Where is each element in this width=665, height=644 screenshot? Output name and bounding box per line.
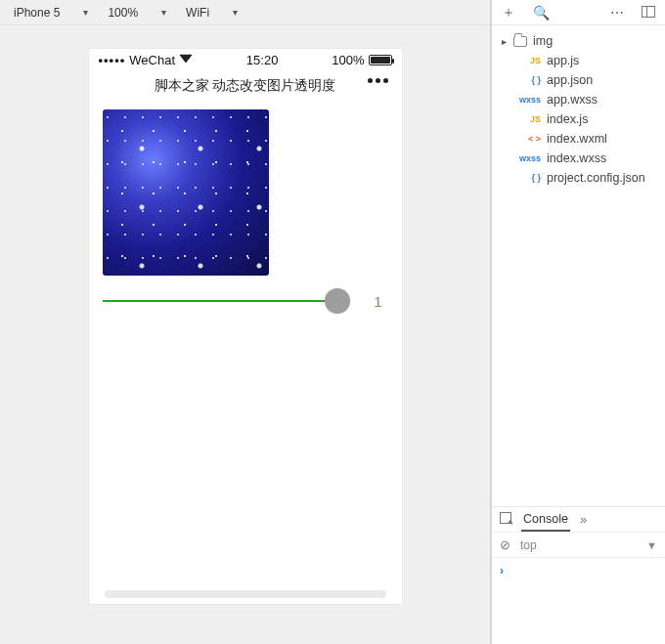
file-label: app.js <box>547 54 579 67</box>
wifi-icon <box>179 55 193 64</box>
file-row[interactable]: wxss index.wxss <box>492 149 665 168</box>
element-picker-icon[interactable] <box>500 512 511 527</box>
status-bar: ••••• WeChat 15:20 100% <box>89 49 402 70</box>
caret-right-icon: ▸ <box>500 36 508 47</box>
search-icon[interactable]: 🔍 <box>533 5 550 21</box>
simulator-area: ••••• WeChat 15:20 100% 脚本之家 动态改变图片透明度 <box>0 25 490 644</box>
more-tabs-icon[interactable]: » <box>580 512 587 527</box>
file-label: index.wxml <box>547 132 607 146</box>
device-frame: ••••• WeChat 15:20 100% 脚本之家 动态改变图片透明度 <box>89 49 402 604</box>
console-context-row: ⊘ top ▼ <box>492 533 665 558</box>
signal-icon: ••••• <box>99 53 126 67</box>
simulator-pane: iPhone 5 ▾ 100% ▾ WiFi ▾ ••••• WeChat <box>0 0 491 644</box>
side-panel: ＋ 🔍 ⋯ ▸ img JS app.js { } app.json wxss <box>491 0 665 644</box>
context-select[interactable]: top <box>520 538 637 552</box>
file-row[interactable]: JS index.js <box>492 109 665 129</box>
file-label: index.wxss <box>547 151 606 165</box>
file-row[interactable]: { } project.config.json <box>492 168 665 188</box>
side-toolbar: ＋ 🔍 ⋯ <box>492 0 665 25</box>
folder-icon <box>513 36 527 47</box>
file-row[interactable]: JS app.js <box>492 51 665 70</box>
slider-track <box>103 300 349 302</box>
device-select[interactable]: iPhone 5 ▾ <box>4 1 98 24</box>
chevron-down-icon: ▼ <box>646 539 657 551</box>
battery-icon <box>369 55 392 65</box>
chevron-down-icon: ▾ <box>233 7 238 18</box>
battery-percent: 100% <box>332 53 364 67</box>
tab-console[interactable]: Console <box>521 508 570 532</box>
page-content: 1 <box>89 102 402 604</box>
slider-value: 1 <box>369 293 388 310</box>
file-tree: ▸ img JS app.js { } app.json wxss app.wx… <box>492 25 665 506</box>
console-prompt-icon: › <box>500 564 504 578</box>
file-row[interactable]: wxss app.wxss <box>492 90 665 109</box>
json-icon: { } <box>517 75 541 85</box>
wxml-icon: < > <box>517 134 541 144</box>
file-label: index.js <box>547 112 588 126</box>
network-select-value: WiFi <box>186 6 209 20</box>
network-select[interactable]: WiFi ▾ <box>176 1 247 24</box>
clear-icon[interactable]: ⊘ <box>500 537 510 552</box>
nav-bar: 脚本之家 动态改变图片透明度 <box>89 70 402 102</box>
nav-menu-button[interactable] <box>368 78 388 83</box>
device-toolbar: iPhone 5 ▾ 100% ▾ WiFi ▾ <box>0 0 490 25</box>
slider-thumb[interactable] <box>325 288 350 314</box>
folder-label: img <box>533 34 553 48</box>
devtools-panel: Console » ⊘ top ▼ › <box>492 506 665 644</box>
wxss-icon: wxss <box>517 95 541 105</box>
panel-toggle-icon[interactable] <box>642 5 655 21</box>
folder-row[interactable]: ▸ img <box>492 31 665 51</box>
opacity-slider-row: 1 <box>103 291 388 311</box>
chevron-down-icon: ▾ <box>161 7 166 18</box>
devtools-tabs: Console » <box>492 507 665 533</box>
zoom-select[interactable]: 100% ▾ <box>98 1 176 24</box>
add-icon[interactable]: ＋ <box>502 4 515 21</box>
opacity-slider[interactable] <box>103 291 349 311</box>
json-icon: { } <box>517 173 541 183</box>
more-icon[interactable]: ⋯ <box>610 5 624 21</box>
file-label: project.config.json <box>547 171 645 185</box>
device-select-value: iPhone 5 <box>14 6 60 20</box>
file-row[interactable]: < > index.wxml <box>492 129 665 149</box>
console-body[interactable]: › <box>492 558 665 644</box>
preview-image <box>103 109 269 276</box>
zoom-select-value: 100% <box>108 6 138 20</box>
file-label: app.json <box>547 73 593 87</box>
horizontal-scrollbar[interactable] <box>105 590 386 598</box>
file-row[interactable]: { } app.json <box>492 70 665 90</box>
file-label: app.wxss <box>547 93 598 107</box>
wxss-icon: wxss <box>517 153 541 163</box>
js-icon: JS <box>517 114 541 124</box>
carrier-label: WeChat <box>129 53 175 67</box>
clock-label: 15:20 <box>193 53 332 67</box>
chevron-down-icon: ▾ <box>83 7 88 18</box>
js-icon: JS <box>517 56 541 65</box>
page-title: 脚本之家 动态改变图片透明度 <box>155 77 336 95</box>
